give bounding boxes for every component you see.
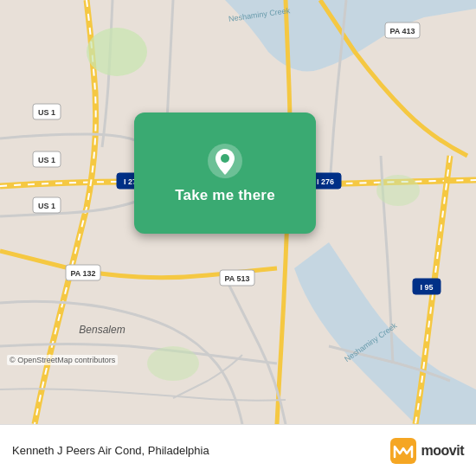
map-copyright: © OpenStreetMap contributors — [7, 355, 118, 365]
moovit-logo: moovit — [390, 438, 464, 464]
location-label: Kenneth J Peers Air Cond, Philadelphia — [12, 444, 209, 457]
svg-text:PA 132: PA 132 — [70, 269, 95, 278]
location-pin-icon — [206, 142, 244, 180]
svg-text:PA 413: PA 413 — [389, 27, 415, 35]
svg-text:I 276: I 276 — [317, 177, 334, 186]
navigation-callout[interactable]: Take me there — [134, 113, 316, 234]
svg-point-2 — [376, 175, 420, 206]
moovit-wordmark: moovit — [421, 443, 464, 459]
take-me-there-label: Take me there — [175, 187, 275, 204]
svg-text:US 1: US 1 — [38, 108, 55, 117]
moovit-brand-icon — [390, 438, 416, 464]
svg-text:I 95: I 95 — [420, 283, 433, 292]
svg-text:Bensalem: Bensalem — [79, 324, 125, 336]
svg-point-1 — [87, 28, 147, 76]
svg-text:US 1: US 1 — [38, 156, 55, 164]
svg-text:US 1: US 1 — [38, 202, 55, 210]
bottom-bar: Kenneth J Peers Air Cond, Philadelphia m… — [0, 424, 476, 476]
map-container: US 1 US 1 US 1 I 276 I 276 513 PA 513 PA… — [0, 0, 476, 424]
svg-point-28 — [221, 154, 229, 163]
svg-point-3 — [147, 346, 199, 381]
svg-text:PA 513: PA 513 — [224, 274, 249, 283]
